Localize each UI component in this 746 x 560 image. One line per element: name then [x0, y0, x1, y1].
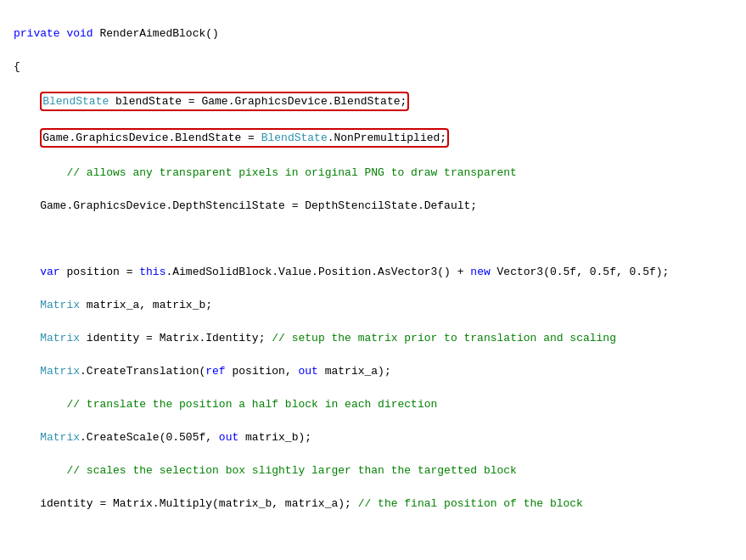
- line-open-brace: {: [14, 59, 732, 76]
- line-method-sig: private void RenderAimedBlock(): [14, 25, 732, 42]
- line-blendstate-get: BlendState blendState = Game.GraphicsDev…: [14, 92, 732, 112]
- line-blank1: [14, 231, 732, 248]
- line-comment-scales: // scales the selection box slightly lar…: [14, 462, 732, 479]
- line-depthstencil: Game.GraphicsDevice.DepthStencilState = …: [14, 198, 732, 215]
- line-matrix-declare: Matrix matrix_a, matrix_b;: [14, 297, 732, 314]
- line-identity-multiply: identity = Matrix.Multiply(matrix_b, mat…: [14, 496, 732, 512]
- code-block: private void RenderAimedBlock() { BlendS…: [14, 8, 732, 560]
- line-create-scale: Matrix.CreateScale(0.505f, out matrix_b)…: [14, 429, 732, 446]
- line-var-position: var position = this.AimedSolidBlock.Valu…: [14, 264, 732, 281]
- line-comment-translate: // translate the position a half block i…: [14, 396, 732, 413]
- line-blendstate-set: Game.GraphicsDevice.BlendState = BlendSt…: [14, 128, 732, 148]
- line-create-translation: Matrix.CreateTranslation(ref position, o…: [14, 363, 732, 380]
- line-comment-transparent: // allows any transparent pixels in orig…: [14, 165, 732, 182]
- line-blank2: [14, 529, 732, 546]
- line-matrix-identity: Matrix identity = Matrix.Identity; // se…: [14, 330, 732, 347]
